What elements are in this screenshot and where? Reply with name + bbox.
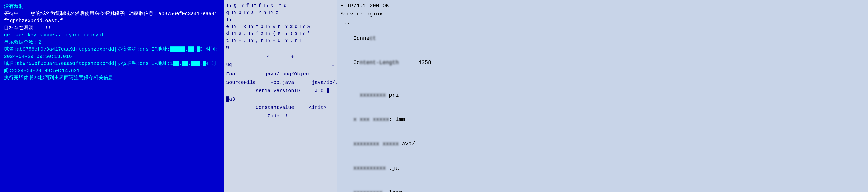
http-status-line: HTTP/1.1 200 OK — [340, 2, 865, 10]
cell: TY — [248, 23, 254, 30]
middle-data-panel: TY g TY f TY f TY t TY z q TY p TY s TY … — [224, 0, 337, 192]
http-line-10: xxxxxxxxxx .ja — [340, 156, 865, 181]
cell: “ — [256, 23, 258, 30]
blurred-data-4: x xxx — [353, 116, 370, 124]
cell: g — [234, 2, 237, 9]
cell: ) — [290, 30, 292, 37]
cell: . — [243, 37, 246, 44]
l-cell: l — [332, 61, 334, 68]
blurred-data-5: xxxxx — [373, 116, 389, 124]
cell: TY — [231, 30, 237, 37]
cell: TY — [282, 37, 288, 44]
http-line-9: xxxxxxxx xxxxx ava/ — [340, 132, 865, 156]
content-label: Co — [353, 60, 360, 66]
cell: . — [243, 30, 246, 37]
blurred-data-3: xxxxxxxx — [360, 91, 386, 99]
cell: d — [226, 30, 229, 37]
terminal-line-9: 执行完毕休眠20秒回到主界面请注意保存相关信息 — [4, 74, 220, 82]
http-line-3: ... — [340, 18, 865, 26]
java-line-4: ConstantValue <init> ()V — [226, 103, 334, 112]
data-row-6: t TY + . TY , f TY − u TY . n T — [226, 37, 334, 44]
cell: TY — [265, 37, 271, 44]
right-response-panel: HTTP/1.1 200 OK Server: nginx ... Connec… — [337, 0, 868, 192]
cell: TY — [251, 2, 256, 9]
uq-cell: uq — [226, 61, 232, 68]
http-line-4: Connect — [340, 26, 865, 51]
left-terminal-panel: 没有漏洞 等待中!!!!您的域名为复制域名然后使用命令探测程序自动获取信息：ab… — [0, 0, 224, 192]
cell: TY — [226, 2, 232, 9]
tilde-cell: ˜ — [280, 61, 283, 68]
blurred-data-1: ct — [370, 34, 402, 42]
http-line-8: x xxx xxxxx; imm — [340, 107, 865, 132]
java-line-2: SourceFile Foo.java java/io/Seria██ab█ — [226, 78, 334, 87]
cell: x — [243, 23, 246, 30]
cell: f — [258, 2, 261, 9]
terminal-line-3: 目标存在漏洞!!!!!! — [4, 24, 220, 31]
java-ava-label: ava/ — [402, 141, 415, 147]
cell: TY — [243, 9, 249, 16]
cell: q — [226, 9, 229, 16]
cell: TY — [300, 30, 305, 37]
uq-row: uq ˜ l — [226, 61, 334, 68]
cell: ( — [273, 30, 275, 37]
cell: TY — [231, 23, 237, 30]
java-line-5: Code ! — [226, 112, 334, 120]
data-row-5: d TY & . TY ‘ o TY ( a TY ) s TY * — [226, 30, 334, 37]
data-row-1: TY g TY f TY f TY t TY z — [226, 2, 334, 9]
cell: t — [271, 2, 273, 9]
connection-label: Conne — [353, 35, 370, 41]
cell: TY — [231, 9, 237, 16]
http-line-5: Content-Length 4358 — [340, 51, 865, 75]
blurred-data-2: ntent-Length — [360, 59, 415, 67]
cell: u — [278, 37, 280, 44]
cell: a — [278, 30, 280, 37]
ja-label: .ja — [389, 165, 399, 171]
star-percent-row: * % — [226, 54, 334, 60]
cell: s — [251, 9, 253, 16]
http-server-line: Server: nginx — [340, 10, 865, 18]
percent-cell: % — [291, 54, 294, 60]
cell: o — [260, 30, 263, 37]
terminal-line-5: 显示数据个数：2 — [4, 39, 220, 46]
terminal-line-6: 域名:ab9756ef0c3a417eaa91ftqpshzexprdd|协议名… — [4, 46, 220, 60]
data-row-3: TY — [226, 16, 334, 23]
lang-label: .lang. — [386, 190, 405, 192]
cell: d — [295, 23, 298, 30]
terminal-line-7: 域名:ab9756ef0c3a417eaa91ftqpshzexprdd|协议名… — [4, 60, 220, 74]
cell: TY — [268, 9, 274, 16]
cell: t — [226, 37, 229, 44]
cell: W — [226, 44, 229, 51]
cell: ‘ — [256, 30, 258, 37]
imm-label: ; imm — [389, 117, 405, 123]
cell: TY — [248, 37, 254, 44]
blurred-data-8: xxxxxxxxxx — [353, 164, 386, 172]
http-line-7: xxxxxxxx pri — [340, 83, 865, 107]
cell: e — [226, 23, 229, 30]
cell: . — [290, 37, 292, 44]
cell: n — [295, 37, 298, 44]
terminal-line-1: 没有漏洞 — [4, 3, 220, 10]
cell: TY — [231, 37, 237, 44]
http-line-11: xxxxxxxxx .lang. — [340, 181, 865, 192]
cell: TY — [226, 16, 232, 23]
cell: z — [276, 9, 278, 16]
data-row-2: q TY p TY s TY h TY z — [226, 9, 334, 16]
content-size: 4358 — [415, 60, 431, 66]
cell: − — [273, 37, 275, 44]
section-divider-1 — [226, 53, 334, 53]
blurred-data-6: xxxxxxxx — [353, 140, 379, 148]
cell: TY — [282, 23, 288, 30]
cell: TY — [282, 30, 288, 37]
cell: + — [239, 37, 241, 44]
blurred-data-7: xxxxx — [382, 140, 399, 148]
cell: p — [260, 23, 263, 30]
terminal-line-4: get aes key success trying decrypt — [4, 31, 220, 39]
java-data-section: Foo java/lang/Object SourceFile Foo.java… — [226, 70, 334, 120]
cell: z — [283, 2, 286, 9]
pri-label: pri — [389, 92, 399, 98]
cell: T — [300, 37, 302, 44]
cell: f — [260, 37, 263, 44]
terminal-line-2: 等待中!!!!您的域名为复制域名然后使用命令探测程序自动获取信息：ab9756e… — [4, 10, 220, 24]
cell: TY — [248, 30, 254, 37]
cell: TY — [256, 9, 261, 16]
